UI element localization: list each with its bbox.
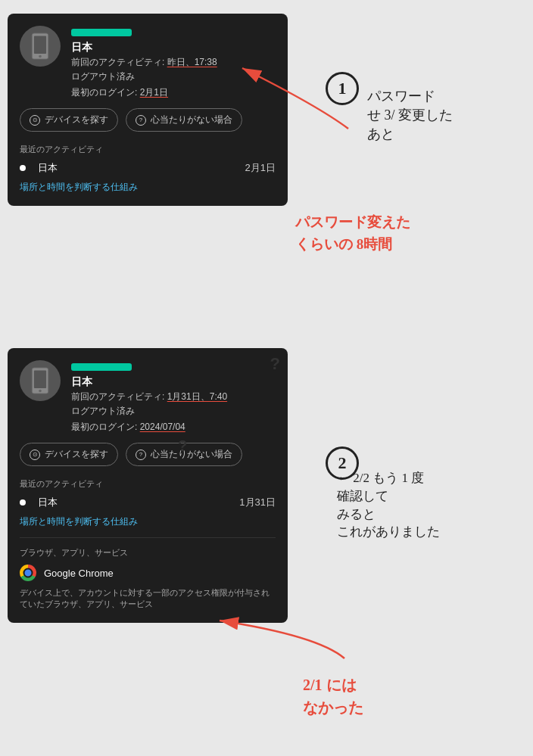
card2-divider: [20, 537, 276, 538]
card1-activity-section-label: 最近のアクティビティ: [20, 144, 276, 155]
question-mark-login: ?: [178, 437, 187, 455]
annotation-red-2: 2/1 には なかった: [303, 674, 363, 719]
card2-browser-desc: デバイス上で、アカウントに対する一部のアクセス権限が付与されていたブラウザ、アプ…: [20, 587, 276, 611]
device-card-1: 日本 前回のアクティビティ: 昨日、17:38 ログアウト済み 最初のログイン:…: [8, 14, 288, 206]
device-name-bar-2: [71, 363, 132, 371]
card1-first-login-label: 最初のログイン:: [71, 87, 137, 98]
card1-device-info: 日本 前回のアクティビティ: 昨日、17:38 ログアウト済み 最初のログイン:…: [71, 26, 276, 99]
card2-container: 日本 前回のアクティビティ: 1月31日、7:40 ログアウト済み 最初のログイ…: [8, 348, 288, 638]
find-device-icon-1: ⊙: [30, 115, 40, 126]
annotation1: パスワード せ 3/ 変更した あと: [367, 87, 453, 145]
not-recognize-icon-2: ?: [136, 450, 146, 460]
card2-browser-section-label: ブラウザ、アプリ、サービス: [20, 547, 276, 558]
card1-find-device-label: デバイスを探す: [45, 114, 108, 126]
card2-top: 日本 前回のアクティビティ: 1月31日、7:40 ログアウト済み 最初のログイ…: [20, 360, 276, 434]
card2-activity-time: 1月31日、7:40: [167, 391, 227, 402]
card2-activity-label: 前回のアクティビティ:: [71, 391, 164, 402]
card1-first-login-date: 2月1日: [140, 87, 168, 98]
card1-container: 日本 前回のアクティビティ: 昨日、17:38 ログアウト済み 最初のログイン:…: [8, 14, 288, 221]
card1-not-recognize-label: 心当たりがない場合: [151, 114, 232, 126]
svg-rect-1: [34, 36, 46, 54]
annotation-red-1: パスワード変えた くらいの 8時間: [295, 212, 410, 255]
card1-find-device-button[interactable]: ⊙ デバイスを探す: [20, 108, 118, 132]
card1-activity-dot: [20, 165, 26, 171]
card2-browser-name: Google Chrome: [44, 568, 114, 579]
device-icon-2: [20, 360, 61, 401]
card1-buttons: ⊙ デバイスを探す ? 心当たりがない場合: [20, 108, 276, 132]
card2-find-device-button[interactable]: ⊙ デバイスを探す: [20, 443, 118, 466]
card1-activity-time: 昨日、17:38: [167, 57, 217, 67]
svg-rect-4: [34, 371, 46, 388]
page: 日本 前回のアクティビティ: 昨日、17:38 ログアウト済み 最初のログイン:…: [0, 0, 533, 756]
phone-icon-2: [30, 367, 51, 394]
card1-activity-date: 2月1日: [245, 161, 276, 175]
device-name-bar-1: [71, 29, 132, 36]
card2-activity: 前回のアクティビティ: 1月31日、7:40: [71, 390, 276, 403]
device-card-2: 日本 前回のアクティビティ: 1月31日、7:40 ログアウト済み 最初のログイ…: [8, 348, 288, 623]
svg-point-5: [39, 390, 42, 393]
card1-activity-country: 日本: [38, 161, 233, 175]
card1-activity-row: 日本 2月1日: [20, 161, 276, 175]
card1-top: 日本 前回のアクティビティ: 昨日、17:38 ログアウト済み 最初のログイン:…: [20, 26, 276, 99]
card2-activity-dot: [20, 499, 26, 506]
find-device-icon-2: ⊙: [30, 450, 40, 460]
circle-number-1: 1: [326, 72, 359, 105]
card1-first-login: 最初のログイン: 2月1日: [71, 86, 276, 99]
card2-browser-row: Google Chrome: [20, 565, 276, 581]
card2-not-recognize-label: 心当たりがない場合: [151, 448, 232, 461]
phone-icon-1: [30, 33, 51, 60]
card2-first-login: 最初のログイン: 2024/07/04: [71, 421, 276, 434]
annotation2: ← 2/2 もう 1 度 確認して みると これがありました: [337, 469, 440, 541]
card2-activity-date: 1月31日: [239, 496, 276, 509]
card1-not-recognize-button[interactable]: ? 心当たりがない場合: [126, 108, 242, 132]
card2-link[interactable]: 場所と時間を判断する仕組み: [20, 515, 276, 528]
card2-device-info: 日本 前回のアクティビティ: 1月31日、7:40 ログアウト済み 最初のログイ…: [71, 360, 276, 434]
device-icon-1: [20, 26, 61, 67]
card2-status: ログアウト済み: [71, 405, 276, 418]
card2-buttons: ⊙ デバイスを探す ? 心当たりがない場合: [20, 443, 276, 466]
question-mark-top: ?: [270, 354, 280, 374]
card1-status: ログアウト済み: [71, 70, 276, 83]
card2-find-device-label: デバイスを探す: [45, 448, 108, 461]
card1-link[interactable]: 場所と時間を判断する仕組み: [20, 181, 276, 194]
card2-first-login-label: 最初のログイン:: [71, 422, 137, 432]
not-recognize-icon-1: ?: [136, 115, 146, 126]
card2-activity-section-label: 最近のアクティビティ: [20, 478, 276, 490]
card2-activity-row: 日本 1月31日: [20, 496, 276, 509]
card1-activity-label: 前回のアクティビティ:: [71, 57, 164, 67]
card2-country: 日本: [71, 375, 276, 389]
svg-point-2: [39, 55, 42, 58]
card1-activity: 前回のアクティビティ: 昨日、17:38: [71, 56, 276, 69]
card2-activity-country: 日本: [38, 496, 227, 509]
card2-first-login-date: 2024/07/04: [140, 422, 185, 432]
chrome-icon: [20, 565, 36, 581]
card1-country: 日本: [71, 41, 276, 54]
